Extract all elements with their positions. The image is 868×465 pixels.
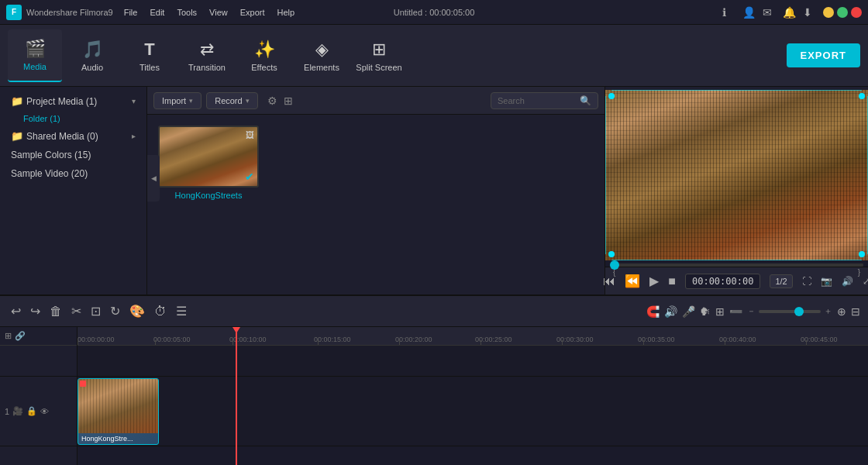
search-input[interactable]: [498, 96, 575, 105]
audio-icon[interactable]: 🔊: [664, 305, 677, 318]
tab-titles[interactable]: T Titles: [122, 29, 177, 82]
mic-icon[interactable]: 🎤: [682, 305, 695, 318]
tracks-area: 00:00:00:00 00:00:05:00 00:00:10:00 00:0…: [78, 327, 868, 465]
grid-view-icon[interactable]: ⊟: [851, 305, 860, 318]
sidebar-subitem-folder[interactable]: Folder (1): [0, 111, 146, 126]
menu-edit[interactable]: Edit: [150, 8, 164, 17]
tab-effects[interactable]: ✨ Effects: [237, 29, 291, 82]
snapshot-icon[interactable]: 📷: [821, 276, 832, 287]
lock-track-icon[interactable]: 🔒: [26, 406, 37, 416]
mail-icon[interactable]: ✉: [763, 6, 775, 19]
record-button[interactable]: Record ▾: [206, 92, 257, 109]
download-icon[interactable]: ⬇: [803, 6, 815, 19]
ruler-mark-3: 00:00:15:00: [314, 336, 351, 343]
folder-icon-shared: 📁: [11, 130, 23, 142]
zoom-out-icon[interactable]: －: [747, 305, 756, 317]
playhead[interactable]: [236, 327, 237, 465]
delete-button[interactable]: 🗑: [46, 301, 65, 322]
rotate-button[interactable]: ↻: [107, 301, 123, 322]
ruler-tick-2: [232, 340, 233, 345]
media-view-icons: ⚙ ⊞: [267, 95, 293, 107]
eye-track-icon[interactable]: 👁: [40, 407, 49, 416]
zoom-in-icon[interactable]: ＋: [824, 305, 832, 317]
filter-icon[interactable]: ⚙: [267, 95, 277, 107]
menu-view[interactable]: View: [209, 8, 228, 17]
info-icon[interactable]: ℹ: [722, 6, 735, 19]
elements-icon: ◈: [315, 40, 329, 60]
clip-block-hongkong[interactable]: HongKongStre...: [78, 378, 159, 445]
thumbnail-check-icon: ✔: [245, 170, 254, 183]
tab-titles-label: Titles: [140, 63, 160, 72]
clip-label: HongKongStre...: [78, 433, 158, 444]
speed-button[interactable]: ⏱: [151, 301, 170, 322]
bell-icon[interactable]: 🔔: [783, 6, 795, 19]
track-labels: ⊞ 🔗 1 🎥 🔒 👁: [0, 327, 78, 465]
sidebar-item-sample-colors[interactable]: Sample Colors (15): [0, 146, 146, 164]
add-track-label-icon[interactable]: ⊞: [5, 331, 12, 341]
sidebar-item-sample-video[interactable]: Sample Video (20): [0, 164, 146, 183]
minimize-button[interactable]: —: [823, 7, 834, 18]
app-logo: F: [6, 5, 22, 20]
sidebar-item-project-media[interactable]: 📁 Project Media (1) ▾: [0, 91, 146, 111]
close-button[interactable]: ✕: [851, 7, 862, 18]
redo-button[interactable]: ↪: [27, 301, 43, 322]
media-area: Import ▾ Record ▾ ⚙ ⊞ 🔍 🖼 ✔: [147, 87, 604, 294]
progress-handle[interactable]: [610, 260, 619, 270]
sidebar-label-project-media: Project Media (1): [26, 96, 97, 107]
grid-icon[interactable]: ⊞: [284, 95, 293, 107]
remove-icon[interactable]: ➖: [729, 305, 742, 318]
titles-icon: T: [144, 40, 154, 60]
export-button[interactable]: EXPORT: [787, 43, 860, 67]
volume-icon[interactable]: 🔊: [842, 276, 853, 287]
collapse-arrow-icon: ◀: [151, 174, 157, 182]
fullscreen-icon[interactable]: ⤢: [863, 276, 868, 287]
tab-effects-label: Effects: [251, 63, 277, 72]
preview-border-bottom: [611, 260, 862, 260]
corner-dot-bl: [608, 251, 615, 257]
crop-button[interactable]: ⊡: [88, 301, 104, 322]
menu-file[interactable]: File: [124, 8, 138, 17]
main-track-label: 1 🎥 🔒 👁: [0, 377, 77, 446]
sidebar-label-sample-video: Sample Video (20): [11, 168, 88, 179]
video-track-icon[interactable]: 🎥: [12, 406, 23, 416]
media-grid: 🖼 ✔ HongKongStreets: [147, 115, 604, 294]
undo-button[interactable]: ↩: [8, 301, 24, 322]
sidebar-collapse-button[interactable]: ◀: [147, 155, 160, 202]
tab-audio[interactable]: 🎵 Audio: [65, 29, 119, 82]
adjust-button[interactable]: ☰: [173, 301, 190, 322]
zoom-track[interactable]: [759, 310, 821, 313]
fullscreen-out-icon[interactable]: ⛶: [802, 276, 811, 287]
zoom-thumb[interactable]: [794, 307, 804, 316]
menu-export[interactable]: Export: [240, 8, 265, 17]
tab-split-screen[interactable]: ⊞ Split Screen: [352, 29, 406, 82]
media-item-hongkong[interactable]: 🖼 ✔ HongKongStreets: [158, 126, 259, 200]
transition-add-icon[interactable]: ⊞: [715, 305, 725, 318]
user-icon[interactable]: 👤: [742, 6, 755, 19]
preview-progress-bar-container: { }: [610, 264, 863, 267]
import-button[interactable]: Import ▾: [153, 92, 202, 109]
zoom-slider: － ＋: [747, 305, 832, 317]
bracket-end-icon: }: [858, 268, 860, 277]
maximize-button[interactable]: □: [837, 7, 848, 18]
add-track-icon[interactable]: ⊕: [837, 305, 846, 318]
cut-button[interactable]: ✂: [68, 301, 84, 322]
color-button[interactable]: 🎨: [126, 301, 148, 322]
ruler-tick-3: [318, 340, 319, 345]
magnet-icon[interactable]: 🧲: [646, 305, 660, 318]
ruler-tick-6: [562, 340, 563, 345]
voice-icon[interactable]: 🗣: [700, 305, 711, 318]
sidebar-item-shared-media[interactable]: 📁 Shared Media (0) ▸: [0, 126, 146, 146]
tab-split-screen-label: Split Screen: [356, 63, 401, 72]
link-icon[interactable]: 🔗: [15, 331, 26, 341]
menu-tools[interactable]: Tools: [177, 8, 197, 17]
tab-media[interactable]: 🎬 Media: [8, 29, 62, 82]
tab-transition[interactable]: ⇄ Transition: [180, 29, 234, 82]
ruler-tick-5: [480, 340, 481, 345]
sidebar-label-sample-colors: Sample Colors (15): [11, 150, 91, 160]
corner-dot-tl: [608, 93, 615, 99]
tab-elements[interactable]: ◈ Elements: [294, 29, 349, 82]
title-bar-right: ℹ 👤 ✉ 🔔 ⬇ — □ ✕: [722, 6, 862, 19]
tab-media-label: Media: [23, 62, 46, 71]
menu-help[interactable]: Help: [277, 8, 295, 17]
corner-dot-tr: [859, 93, 865, 99]
